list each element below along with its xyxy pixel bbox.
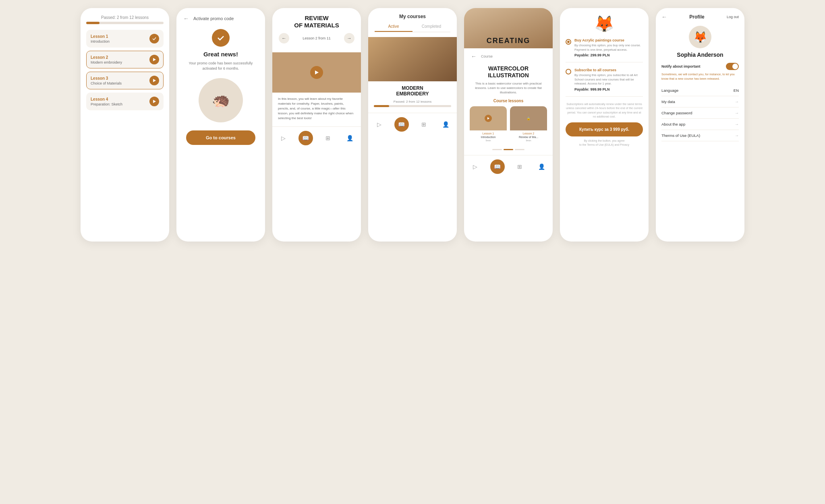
lesson-video-thumbnail[interactable] xyxy=(272,52,361,93)
course-progress-bar xyxy=(374,105,451,107)
profile-card: ← Profile Log out 🦊 Sophia Anderson Noti… xyxy=(656,8,744,242)
next-lesson-button[interactable]: → xyxy=(344,33,354,43)
course-title: MODERNEMBROIDERY xyxy=(374,85,451,97)
book-nav-3[interactable]: 📖 xyxy=(490,159,505,174)
lesson-nav-label: Lesson 2 from 11 xyxy=(303,36,331,40)
menu-terms[interactable]: Therms of Use (EULA) → xyxy=(661,130,739,141)
play-nav-2[interactable]: ▷ xyxy=(372,117,387,132)
watercolor-desc: This is a basic watercolor course with p… xyxy=(470,81,547,95)
svg-marker-1 xyxy=(153,79,156,82)
notify-toggle[interactable] xyxy=(726,63,739,70)
bottom-navigation: ▷ 📖 ⊞ 👤 xyxy=(272,126,361,149)
lesson3-title: Choice of Materials xyxy=(91,81,122,85)
menu-about-app[interactable]: About the app → xyxy=(661,119,739,130)
lesson3-num: Lesson 3 xyxy=(91,76,122,81)
svg-marker-3 xyxy=(315,70,319,74)
lesson-description: In this lesson, you will learn about my … xyxy=(272,93,361,125)
lesson-thumb-1[interactable]: Lesson 1 Introduction 5min xyxy=(470,106,507,142)
user-nav-2[interactable]: 👤 xyxy=(439,117,453,132)
book-nav-icon[interactable]: 📖 xyxy=(298,131,313,145)
lesson-item-1[interactable]: Lesson 1 Introduction xyxy=(86,30,164,48)
profile-back-icon[interactable]: ← xyxy=(661,14,667,20)
play-icon-2 xyxy=(149,55,159,64)
lesson2-title: Modern embroidery xyxy=(91,60,122,64)
play-icon-4 xyxy=(149,97,159,106)
course-progress-fill xyxy=(374,105,389,107)
option2-price: Payable: 999.99 PLN xyxy=(574,87,643,91)
chevron-right-about: → xyxy=(735,122,739,126)
check-icon xyxy=(149,34,159,43)
radio-buy-course[interactable] xyxy=(566,39,571,45)
menu-language[interactable]: Language EN xyxy=(661,85,739,96)
play-button-overlay[interactable] xyxy=(310,66,323,79)
grid-nav-3[interactable]: ⊞ xyxy=(512,159,527,174)
notify-desc: Sometimes, we will contact you, for inst… xyxy=(661,72,739,81)
user-nav-icon[interactable]: 👤 xyxy=(343,131,357,145)
language-label: Language xyxy=(661,88,678,93)
fox-image: 🦊 xyxy=(566,14,643,33)
change-password-label: Change password xyxy=(661,111,692,115)
lessons-thumb-row: Lesson 1 Introduction 5min 🔒 Lesson 2 Re… xyxy=(470,106,547,142)
lesson2-thumb-title: Review of Ma... xyxy=(510,136,547,139)
svg-marker-0 xyxy=(153,58,156,61)
scroll-dot-1 xyxy=(492,149,502,150)
lesson2-thumbnail: 🔒 xyxy=(510,106,547,130)
option1-desc: By choosing this option, you buy only on… xyxy=(574,43,643,52)
promo-card: ← Activate promo code Great news! Your p… xyxy=(176,8,265,242)
mini-play-icon-1 xyxy=(485,115,492,122)
creating-label-section: CREATING xyxy=(464,37,553,45)
lesson2-thumb-num: Lesson 2 xyxy=(510,130,547,136)
tab-active[interactable]: Active xyxy=(375,24,412,32)
buy-terms-text: By clicking the button, you agree to the… xyxy=(566,139,643,147)
mycourses-card: My courses Active Completed MODERNEMBROI… xyxy=(368,8,457,242)
back-arrow-icon[interactable]: ← xyxy=(182,14,190,23)
buy-button[interactable]: Купить курс за 3 999 руб. xyxy=(566,122,643,136)
promo-back-label: Activate promo code xyxy=(193,16,234,21)
lesson1-thumb-title: Introduction xyxy=(470,136,507,139)
lesson2-num: Lesson 2 xyxy=(91,55,122,60)
progress-bar-fill xyxy=(86,22,99,24)
lesson4-title: Preparation: Sketch xyxy=(91,102,122,106)
radio-subscribe[interactable] xyxy=(566,69,571,74)
tab-completed[interactable]: Completed xyxy=(412,24,450,32)
lesson-item-4[interactable]: Lesson 4 Preparation: Sketch xyxy=(86,93,164,110)
grid-nav-icon[interactable]: ⊞ xyxy=(321,131,335,145)
lesson-nav-row: ← Lesson 2 from 11 → xyxy=(279,33,354,43)
option2-desc: By choosing this option, you subscribe t… xyxy=(574,73,643,86)
review-card: REVIEWOF MATERIALS ← Lesson 2 from 11 → … xyxy=(272,8,361,242)
scroll-dot-3 xyxy=(515,149,524,150)
book-nav-2[interactable]: 📖 xyxy=(394,117,409,132)
lesson1-title: Introduction xyxy=(91,39,110,43)
watercolor-title: WATERCOLORILLUSTRATION xyxy=(470,65,547,79)
user-nav-3[interactable]: 👤 xyxy=(535,159,549,174)
notify-row: Notify about important xyxy=(661,63,739,70)
grid-nav-2[interactable]: ⊞ xyxy=(417,117,431,132)
option1-title: Buy Acrylic paintings course xyxy=(574,38,643,42)
play-nav-3[interactable]: ▷ xyxy=(468,159,483,174)
lesson1-thumbnail xyxy=(470,106,507,130)
lessons-card: Passed: 2 from 12 lessons Lesson 1 Intro… xyxy=(81,8,169,242)
lesson-item-3[interactable]: Lesson 3 Choice of Materials xyxy=(86,72,164,89)
menu-mydata[interactable]: My data → xyxy=(661,96,739,107)
lesson-thumb-2[interactable]: 🔒 Lesson 2 Review of Ma... 9min xyxy=(510,106,547,142)
lesson1-num: Lesson 1 xyxy=(91,34,110,39)
review-title: REVIEWOF MATERIALS xyxy=(279,14,354,29)
menu-change-password[interactable]: Change password → xyxy=(661,107,739,119)
logout-button[interactable]: Log out xyxy=(727,15,739,19)
go-courses-button[interactable]: Go to courses xyxy=(186,130,256,145)
review-header: REVIEWOF MATERIALS ← Lesson 2 from 11 → xyxy=(272,8,361,52)
scroll-indicator xyxy=(464,146,553,153)
watercolor-back-icon[interactable]: ← xyxy=(470,52,478,60)
profile-header: ← Profile Log out xyxy=(661,14,739,20)
courses-tabs: Active Completed xyxy=(375,24,450,32)
buy-option-1[interactable]: Buy Acrylic paintings course By choosing… xyxy=(566,38,643,62)
lesson-item-2[interactable]: Lesson 2 Modern embroidery xyxy=(86,51,164,68)
option2-title: Subscribe to all courses xyxy=(574,68,643,72)
progress-bar-bg xyxy=(86,22,164,24)
buy-option-2[interactable]: Subscribe to all courses By choosing thi… xyxy=(566,68,643,97)
play-nav-icon[interactable]: ▷ xyxy=(276,131,291,145)
back-row: ← Activate promo code xyxy=(182,14,259,23)
bottom-nav-mycourses: ▷ 📖 ⊞ 👤 xyxy=(368,113,457,136)
prev-lesson-button[interactable]: ← xyxy=(279,33,289,43)
progress-label: Passed: 2 from 12 lessons xyxy=(86,15,164,20)
